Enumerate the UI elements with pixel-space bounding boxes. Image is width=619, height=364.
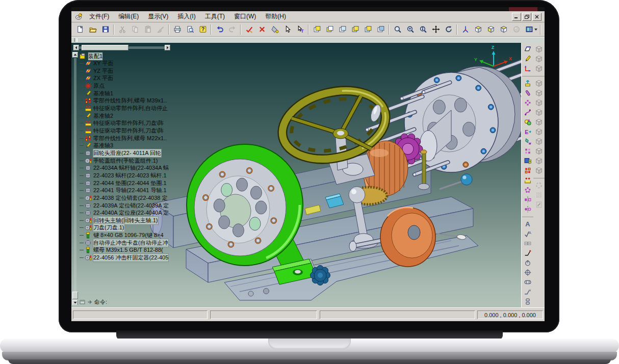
grid-pattern-gray-button[interactable] xyxy=(533,190,544,200)
dimension-note-button[interactable] xyxy=(522,239,533,248)
render-mode-button[interactable] xyxy=(523,23,535,36)
paste-button[interactable] xyxy=(141,23,154,36)
mirror-parts-button[interactable] xyxy=(522,195,533,204)
surface-check-button[interactable]: A xyxy=(522,229,533,239)
circular-pattern-tool-button[interactable] xyxy=(522,185,533,195)
datum-axis-tool-button[interactable] xyxy=(522,54,533,64)
view-pane-2-button[interactable] xyxy=(323,23,336,36)
menu-item-edit[interactable]: 编辑(E) xyxy=(114,11,143,22)
menu-item-window[interactable]: 窗口(W) xyxy=(229,11,261,22)
cut-button[interactable] xyxy=(116,23,128,36)
view-pane-5-button[interactable] xyxy=(362,23,374,36)
datum-target-button[interactable] xyxy=(522,258,533,268)
toolbar-separator xyxy=(168,24,169,35)
section-box-button[interactable] xyxy=(522,277,533,287)
redo-button[interactable] xyxy=(226,23,239,36)
text-note-button[interactable]: A xyxy=(522,219,533,229)
rib-gray-button[interactable] xyxy=(533,117,544,127)
open-button[interactable] xyxy=(86,23,99,36)
restore-button[interactable] xyxy=(522,13,531,21)
loft-gray-button[interactable] xyxy=(533,79,544,88)
work-area: Z Y X xyxy=(71,43,545,307)
view-sphere-button[interactable] xyxy=(510,23,523,36)
feature-sweep-rod-button[interactable] xyxy=(522,88,533,98)
mirror-gray-button[interactable] xyxy=(533,156,544,166)
driven-pattern-tool-button[interactable] xyxy=(522,175,533,185)
save-button[interactable] xyxy=(99,23,112,36)
close-button[interactable] xyxy=(532,13,541,21)
pattern-gray-button[interactable] xyxy=(533,146,544,156)
revolve-gray-button[interactable] xyxy=(533,54,544,64)
command-arrow-icon xyxy=(87,299,93,305)
dome-gray-button[interactable] xyxy=(533,166,544,175)
menu-item-view[interactable]: 显示(V) xyxy=(143,11,173,22)
pattern-cross-button[interactable] xyxy=(522,98,533,108)
chamfer-gray-button[interactable] xyxy=(533,98,544,108)
zoom-in-button[interactable] xyxy=(404,23,417,36)
rotate-view-button[interactable] xyxy=(442,23,455,36)
view-pane-3-button[interactable] xyxy=(336,23,349,36)
parts-library-button[interactable] xyxy=(522,117,533,127)
3d-viewport[interactable]: Z Y X xyxy=(71,43,521,307)
explode-assembly-button[interactable]: E xyxy=(522,127,533,137)
laptop-screen: 文件(F)编辑(E)显示(V)插入(I)工具(T)窗口(W)帮助(H) ?T xyxy=(71,7,545,321)
toolbar-separator xyxy=(540,24,541,35)
extrude-boss-gray-button[interactable] xyxy=(533,44,544,54)
print-preview-button[interactable] xyxy=(184,23,196,36)
render-mode-dropdown-caret[interactable] xyxy=(534,29,537,31)
delete-x-button[interactable] xyxy=(255,23,268,36)
pan-button[interactable] xyxy=(429,23,442,36)
view-iso-3-button[interactable] xyxy=(497,23,510,36)
coordinate-readout: 0.000 , 0.000 , 0.000 xyxy=(477,310,543,319)
draft-gray-button[interactable] xyxy=(533,127,544,137)
menu-item-tools[interactable]: 工具(T) xyxy=(200,11,229,22)
insert-anchor-button[interactable] xyxy=(522,137,533,146)
weld-stack-button[interactable] xyxy=(522,297,533,306)
assembly-model: Z Y X xyxy=(71,43,521,307)
format-brush-button[interactable] xyxy=(154,23,167,36)
circular-pattern-gray-button[interactable] xyxy=(533,180,544,190)
zoom-dynamic-button[interactable] xyxy=(417,23,429,36)
library-gray-button[interactable] xyxy=(533,200,544,210)
sweep-gray-button[interactable] xyxy=(533,64,544,73)
new-button[interactable] xyxy=(73,23,86,36)
view-pane-1-button[interactable] xyxy=(311,23,323,36)
view-iso-2-button[interactable] xyxy=(484,23,497,36)
sketch-plane-button[interactable] xyxy=(522,44,533,54)
linear-pattern-tool-button[interactable] xyxy=(522,166,533,175)
assembly-constraint-button[interactable] xyxy=(543,23,545,36)
undo-button[interactable] xyxy=(213,23,226,36)
sketch-frame-button[interactable] xyxy=(522,64,533,73)
check-confirm-button[interactable] xyxy=(243,23,255,36)
feature-extrude-button[interactable] xyxy=(522,79,533,88)
print-button[interactable] xyxy=(171,23,184,36)
menu-item-insert[interactable]: 插入(I) xyxy=(173,11,200,22)
cursor-pick-button[interactable]: T xyxy=(294,23,306,36)
center-target-button[interactable] xyxy=(522,268,533,277)
help-button[interactable]: ? xyxy=(196,23,209,36)
view-pane-6-button[interactable] xyxy=(374,23,387,36)
cursor-button[interactable] xyxy=(281,23,294,36)
axis-triad-button[interactable] xyxy=(459,23,472,36)
copy-button[interactable] xyxy=(128,23,141,36)
pattern-squares-button[interactable] xyxy=(522,146,533,156)
laptop-bottom-edge xyxy=(8,359,611,364)
view-pane-4-button[interactable] xyxy=(349,23,362,36)
fill-color-button[interactable] xyxy=(268,23,281,36)
minimize-button[interactable] xyxy=(512,13,521,21)
bent-leader-button[interactable] xyxy=(522,287,533,297)
hole-gray-button[interactable] xyxy=(533,137,544,146)
window-controls xyxy=(512,13,541,21)
mirror-parts-2-button[interactable] xyxy=(522,204,533,214)
view-iso-1-button[interactable] xyxy=(472,23,484,36)
fillet-gray-button[interactable] xyxy=(533,88,544,98)
leader-note-button[interactable] xyxy=(522,248,533,258)
view-manager-button[interactable] xyxy=(522,156,533,166)
pattern-curve-button[interactable] xyxy=(522,108,533,117)
shell-gray-button[interactable] xyxy=(533,108,544,117)
zoom-button[interactable] xyxy=(391,23,404,36)
status-panel-hint xyxy=(210,310,317,319)
menu-item-file[interactable]: 文件(F) xyxy=(85,11,114,22)
command-prompt[interactable]: 命令: xyxy=(80,298,107,306)
menu-item-help[interactable]: 帮助(H) xyxy=(261,11,291,22)
